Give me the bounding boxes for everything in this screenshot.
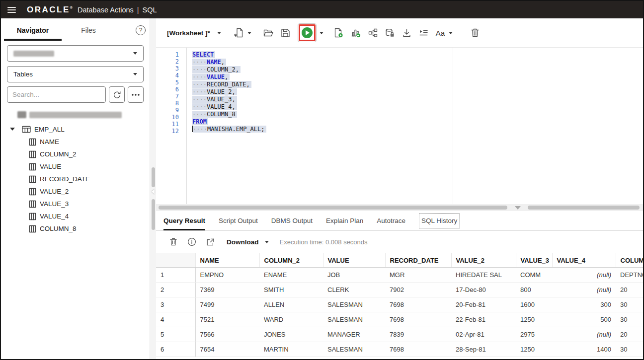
grid-cell[interactable]: 1250 [516,342,552,357]
grid-cell[interactable]: 500 [552,312,616,327]
grid-cell[interactable]: 20-Feb-81 [451,297,516,312]
tab-explain-plan[interactable]: Explain Plan [326,211,363,230]
code-line[interactable]: SELECT [192,51,643,59]
editor-results-splitter[interactable] [156,204,643,211]
tree-item-column-value_2[interactable]: VALUE_2 [1,185,150,198]
code-line[interactable]: ····MANISHA.EMP_ALL; [192,126,643,133]
grid-cell[interactable]: MGR [385,268,451,283]
tree-item-column-value[interactable]: VALUE [1,160,150,173]
schema-select[interactable] [7,45,144,62]
clear-worksheet-button[interactable] [471,26,480,39]
grid-cell[interactable]: JONES [259,327,323,342]
tree-item-column-name[interactable]: NAME [1,136,150,148]
grid-cell[interactable]: 17-Dec-80 [451,283,516,297]
grid-cell[interactable]: ALLEN [259,297,323,312]
grid-cell[interactable]: 30 [616,312,643,327]
collapse-sidebar-arrow-icon[interactable] [152,189,155,194]
grid-cell[interactable]: HIREDATE SAL [451,268,516,283]
autotrace-button[interactable] [351,26,361,39]
grid-cell[interactable]: 28-Sep-81 [451,342,516,357]
new-worksheet-caret-icon[interactable] [247,32,251,34]
grid-cell[interactable]: 02-Apr-81 [451,327,516,342]
sidebar-splitter[interactable] [150,18,156,359]
tab-query-result[interactable]: Query Result [163,211,205,230]
tree-item-column-value_3[interactable]: VALUE_3 [1,198,150,210]
download-results-button[interactable]: Download [227,238,259,246]
more-options-button[interactable] [128,86,144,103]
grid-cell[interactable]: 7698 [385,342,451,357]
grid-corner-header[interactable] [156,253,195,268]
grid-cell[interactable]: 7499 [195,297,259,312]
grid-cell[interactable]: 1400 [552,342,616,357]
code-line[interactable]: ····VALUE_2, [192,88,643,96]
grid-cell[interactable]: (null) [552,327,616,342]
grid-cell[interactable]: 7654 [195,342,259,357]
tab-autotrace[interactable]: Autotrace [377,211,405,230]
grid-cell[interactable]: ENAME [259,268,323,283]
grid-cell[interactable]: 30 [616,297,643,312]
grid-cell[interactable]: 7698 [385,297,451,312]
grid-cell[interactable]: 300 [552,297,616,312]
run-statement-button[interactable] [298,23,317,42]
refresh-button[interactable] [109,86,125,103]
tree-item-column-record_date[interactable]: RECORD_DATE [1,173,150,185]
collapse-panel-arrow-icon[interactable] [515,206,521,210]
grid-cell[interactable]: SALESMAN [323,342,385,357]
grid-column-header-column_2[interactable]: COLUMN_2 [259,253,323,268]
table-row[interactable]: 57566JONESMANAGER783902-Apr-812975(null)… [156,327,643,342]
tab-navigator[interactable]: Navigator [5,18,61,42]
download-worksheet-button[interactable] [402,26,411,39]
splitter-thumb[interactable] [528,206,640,210]
grid-cell[interactable]: 7566 [195,327,259,342]
table-row[interactable]: 1EMPNOENAMEJOBMGRHIREDATE SALCOMM(null)D… [156,268,643,283]
editor-code-area[interactable]: SELECT····NAME,····COLUMN_2,····VALUE,··… [187,48,643,204]
grid-cell[interactable]: 30 [616,342,643,357]
tab-files[interactable]: Files [61,18,116,42]
grid-cell[interactable]: 20 [616,283,643,297]
grid-column-header-value_3[interactable]: VALUE_3 [516,253,552,268]
sql-history-button[interactable] [385,26,395,39]
grid-cell[interactable]: (null) [552,283,616,297]
grid-cell[interactable]: EMPNO [195,268,259,283]
download-caret-icon[interactable] [265,241,269,243]
grid-cell[interactable]: 2975 [516,327,552,342]
tree-item-redacted[interactable] [1,109,150,120]
new-worksheet-button[interactable] [234,26,243,39]
open-in-new-button[interactable] [206,238,215,246]
grid-cell[interactable]: CLERK [323,283,385,297]
open-file-button[interactable] [263,26,273,39]
table-row[interactable]: 47521WARDSALESMAN769822-Feb-81125050030 [156,312,643,327]
grid-cell[interactable]: 7902 [385,283,451,297]
grid-cell[interactable]: 7369 [195,283,259,297]
grid-column-header-record_date[interactable]: RECORD_DATE [385,253,451,268]
sidebar-scrollbar-thumb[interactable] [152,167,155,187]
grid-cell[interactable]: 20 [616,327,643,342]
grid-cell[interactable]: MARTIN [259,342,323,357]
grid-cell[interactable]: 7521 [195,312,259,327]
code-line[interactable]: ····VALUE_3, [192,96,643,103]
grid-cell[interactable]: 1600 [516,297,552,312]
sidebar-scrollbar-thumb[interactable] [152,199,155,230]
grid-column-header-value_4[interactable]: VALUE_4 [552,253,616,268]
explain-plan-button[interactable] [368,26,378,39]
grid-cell[interactable]: 7839 [385,327,451,342]
tree-item-column-value_4[interactable]: VALUE_4 [1,210,150,222]
table-row[interactable]: 67654MARTINSALESMAN769828-Sep-8112501400… [156,342,643,357]
grid-cell[interactable]: DEPTNO [616,268,643,283]
worksheet-tab-label[interactable]: [Worksheet ]* [167,29,210,37]
save-button[interactable] [281,26,290,39]
grid-cell[interactable]: 22-Feb-81 [451,312,516,327]
code-line[interactable]: ····COLUMN_8 [192,111,643,118]
grid-cell[interactable]: WARD [259,312,323,327]
code-line[interactable]: ····VALUE_4, [192,103,643,111]
code-line[interactable]: ····COLUMN_2, [192,66,643,73]
tree-item-column-column_2[interactable]: COLUMN_2 [1,148,150,160]
code-line[interactable] [192,133,643,141]
grid-cell[interactable]: 800 [516,283,552,297]
grid-column-header-value[interactable]: VALUE [323,253,385,268]
tab-script-output[interactable]: Script Output [219,211,258,230]
sql-editor[interactable]: 123456789101112 SELECT····NAME,····COLUM… [156,48,643,204]
worksheet-menu-caret-icon[interactable] [217,32,221,34]
expand-caret-icon[interactable] [10,128,15,131]
code-line[interactable]: ····NAME, [192,59,643,66]
